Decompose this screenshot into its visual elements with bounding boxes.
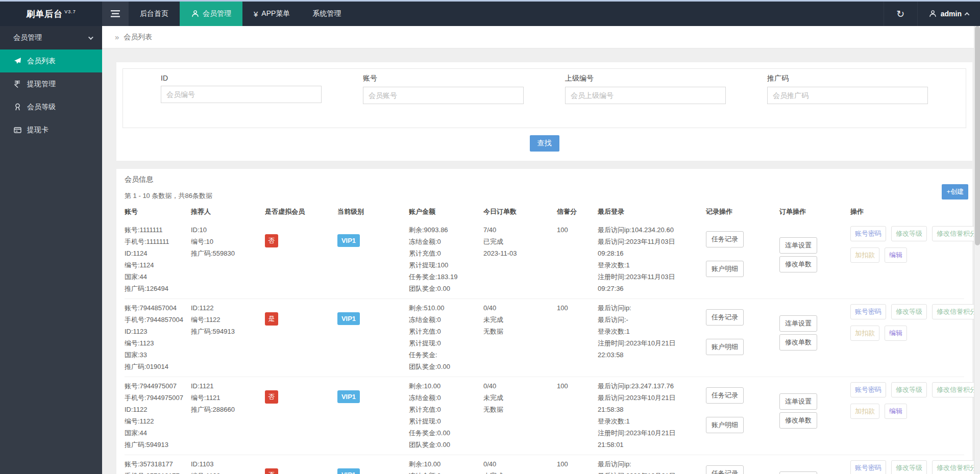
ops-cell: 账号密码修改等级修改信誉积分加扣款编辑 xyxy=(850,224,980,294)
referrer-cell: ID:10编号:10推广码:559830 xyxy=(191,224,265,294)
add-deduction-button[interactable]: 加扣款 xyxy=(850,326,879,341)
account-password-button[interactable]: 账号密码 xyxy=(850,304,886,319)
tab-label: 系统管理 xyxy=(312,9,341,18)
member-row: 账号:7944857004手机号:7944857004ID:1123编号:112… xyxy=(125,299,964,377)
col-header-balance: 账户金额 xyxy=(409,206,483,218)
cell-line: 100 xyxy=(557,458,598,470)
cell-line: 最后访问ip: xyxy=(598,458,706,470)
referrer-cell: ID:1103编号:1103 xyxy=(191,458,265,474)
modify-credit-score-button[interactable]: 修改信誉积分 xyxy=(932,460,980,474)
search-parent-id-input[interactable] xyxy=(565,87,726,104)
tab-member-management[interactable]: 会员管理 xyxy=(180,2,242,26)
cell-line: 剩余:10.00 xyxy=(409,380,483,392)
user-menu[interactable]: admin xyxy=(917,2,980,26)
cell-line: 团队奖金:0.00 xyxy=(409,283,483,294)
edit-button[interactable]: 编辑 xyxy=(885,404,907,419)
task-record-button[interactable]: 任务记录 xyxy=(706,231,744,247)
account-password-button[interactable]: 账号密码 xyxy=(850,226,886,241)
search-footer: 查找 xyxy=(122,128,966,161)
cell-line: 冻结金额:0 xyxy=(409,392,483,404)
add-deduction-button[interactable]: 加扣款 xyxy=(850,247,879,263)
search-button[interactable]: 查找 xyxy=(530,135,559,152)
cell-line: 0/40 xyxy=(483,458,557,470)
modify-credit-score-button[interactable]: 修改信誉积分 xyxy=(932,304,980,319)
ops-cell: 账号密码修改等级修改信誉积分加扣款编辑 xyxy=(850,458,980,474)
cell-line: 注册时间:2023年10月21日 xyxy=(598,427,706,439)
account-detail-button[interactable]: 账户明细 xyxy=(706,417,744,433)
search-account-input[interactable] xyxy=(363,87,524,104)
modify-level-button[interactable]: 修改等级 xyxy=(891,304,927,319)
modify-order-count-button[interactable]: 修改单数 xyxy=(779,412,817,429)
cell-line: 无数据 xyxy=(483,326,557,337)
tab-dashboard[interactable]: 后台首页 xyxy=(129,2,180,26)
modify-order-count-button[interactable]: 修改单数 xyxy=(779,334,817,351)
cell-line: 团队奖金:0.00 xyxy=(409,439,483,451)
member-row: 账号:357318177手机号:357318177ID:1103编号:1103否… xyxy=(125,455,964,474)
modify-level-button[interactable]: 修改等级 xyxy=(891,460,927,474)
task-record-button[interactable]: 任务记录 xyxy=(706,309,744,326)
tab-system-management[interactable]: 系统管理 xyxy=(301,2,352,26)
search-id-input[interactable] xyxy=(161,86,322,103)
edit-button[interactable]: 编辑 xyxy=(885,326,907,341)
account-detail-button[interactable]: 账户明细 xyxy=(706,261,744,277)
sidebar-item-label: 会员列表 xyxy=(27,57,56,66)
credit-cell: 100 xyxy=(557,302,598,372)
cell-line: 国家:44 xyxy=(125,427,191,439)
refresh-icon[interactable]: ↻ xyxy=(884,2,917,26)
sidebar-item-label: 提现管理 xyxy=(27,80,56,89)
sidebar-item-withdraw-card[interactable]: 提现卡 xyxy=(0,118,102,141)
credit-cell: 100 xyxy=(557,224,598,294)
page-scrollbar[interactable] xyxy=(974,26,980,474)
field-group-account: 账号 xyxy=(363,74,524,104)
referrer-cell: ID:1121编号:1121推广码:288660 xyxy=(191,380,265,451)
hamburger-menu-icon[interactable] xyxy=(102,2,129,26)
chain-order-setting-button[interactable]: 连单设置 xyxy=(779,471,817,474)
add-deduction-button[interactable]: 加扣款 xyxy=(850,404,879,419)
ops-row-top: 账号密码修改等级修改信誉积分 xyxy=(850,304,980,319)
cell-line: ID:1121 xyxy=(191,380,265,392)
cell-line: 手机号:7944857004 xyxy=(125,314,191,326)
task-record-button[interactable]: 任务记录 xyxy=(706,387,744,404)
field-label: 上级编号 xyxy=(565,74,726,83)
cell-line: 剩余:10.00 xyxy=(409,458,483,470)
cell-line: ID:1123 xyxy=(125,326,191,337)
cell-line: ID:1122 xyxy=(191,302,265,314)
col-header-credit: 信誉分 xyxy=(557,206,598,218)
sidebar-item-member-level[interactable]: 会员等级 xyxy=(0,95,102,118)
tab-app-menu[interactable]: ¥ APP菜单 xyxy=(242,2,301,26)
cell-line: 09:28:16 xyxy=(598,247,706,259)
ops-row-top: 账号密码修改等级修改信誉积分 xyxy=(850,226,980,241)
cell-line: 注册时间:2023年10月21日 xyxy=(598,337,706,349)
ops-row-top: 账号密码修改等级修改信誉积分 xyxy=(850,382,980,397)
account-detail-button[interactable]: 账户明细 xyxy=(706,339,744,355)
modify-credit-score-button[interactable]: 修改信誉积分 xyxy=(932,226,980,241)
account-cell: 账号:7944857004手机号:7944857004ID:1123编号:112… xyxy=(125,302,191,372)
sidebar-item-withdraw-management[interactable]: 提现管理 xyxy=(0,72,102,95)
tab-label: 会员管理 xyxy=(203,9,231,18)
search-promo-code-input[interactable] xyxy=(767,87,928,104)
modify-order-count-button[interactable]: 修改单数 xyxy=(779,256,817,272)
account-password-button[interactable]: 账号密码 xyxy=(850,460,886,474)
chain-order-setting-button[interactable]: 连单设置 xyxy=(779,393,817,410)
order-ops-cell: 连单设置修改单数 xyxy=(779,224,850,294)
task-record-button[interactable]: 任务记录 xyxy=(706,465,744,474)
orders-cell: 7/40已完成2023-11-03 xyxy=(483,224,557,294)
modify-credit-score-button[interactable]: 修改信誉积分 xyxy=(932,382,980,397)
chain-order-setting-button[interactable]: 连单设置 xyxy=(779,237,817,254)
sidebar-item-member-list[interactable]: 会员列表 xyxy=(0,49,102,72)
scrollbar-thumb[interactable] xyxy=(975,26,980,245)
cell-line: 推广码:559830 xyxy=(191,247,265,259)
account-cell: 账号:1111111手机号:1111111ID:1124编号:1124国家:44… xyxy=(125,224,191,294)
level-badge: VIP1 xyxy=(337,468,360,474)
chain-order-setting-button[interactable]: 连单设置 xyxy=(779,315,817,332)
field-label: ID xyxy=(161,74,322,82)
edit-button[interactable]: 编辑 xyxy=(885,247,907,263)
create-member-button[interactable]: +创建 xyxy=(942,184,968,199)
modify-level-button[interactable]: 修改等级 xyxy=(891,382,927,397)
account-password-button[interactable]: 账号密码 xyxy=(850,382,886,397)
cell-line: 累计充值:0 xyxy=(409,326,483,337)
virtual-cell: 否 xyxy=(265,380,337,451)
modify-level-button[interactable]: 修改等级 xyxy=(891,226,927,241)
cell-line: 注册时间:2023年11月03日 xyxy=(598,271,706,283)
sidebar-group-member-management[interactable]: 会员管理 xyxy=(0,26,102,49)
